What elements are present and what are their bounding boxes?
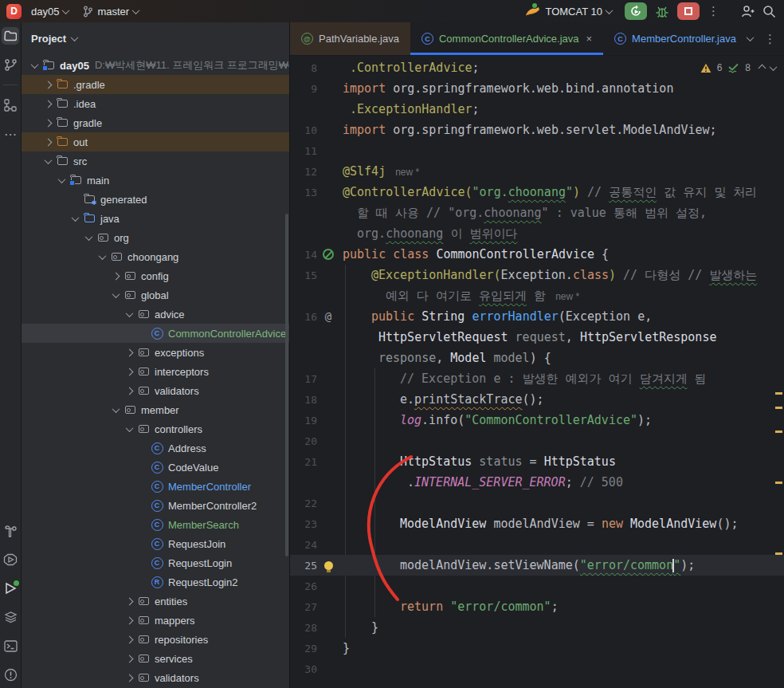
tree-row-requestjoin[interactable]: CRequestJoin — [22, 534, 289, 553]
code-line-26[interactable]: 26 — [290, 576, 784, 596]
tree-row-address[interactable]: CAddress — [22, 438, 289, 458]
editor-tab-membercontroller-java[interactable]: CMemberController.java — [603, 22, 747, 55]
search-everywhere-button[interactable] — [762, 5, 776, 18]
code-line-wrap[interactable]: response, Model model) { — [290, 348, 784, 368]
more-actions-button[interactable]: ⋮ — [708, 4, 720, 18]
chevron-down-icon[interactable] — [96, 254, 108, 260]
code-editor[interactable]: 8.ControllerAdvice;9import org.springfra… — [290, 56, 784, 688]
project-tool-button[interactable] — [2, 27, 19, 45]
run-configurations-tool-button[interactable] — [2, 551, 19, 568]
close-tab-icon[interactable]: × — [586, 33, 593, 45]
tree-row-membercontroller2[interactable]: CMemberController2 — [22, 496, 289, 515]
chevron-right-icon[interactable] — [109, 273, 122, 279]
code-line-16[interactable]: 16@public String errorHandler(Exception … — [290, 306, 784, 327]
code-text[interactable]: @ExceptionHandler(Exception.class) // 다형… — [339, 268, 757, 283]
chevron-right-icon[interactable] — [41, 82, 54, 88]
rerun-button[interactable] — [625, 2, 647, 20]
code-text[interactable]: 예외 다 여기로 유입되게 함new * — [339, 289, 579, 304]
line-number[interactable]: 8 — [290, 62, 317, 74]
tab-list-dropdown[interactable] — [746, 33, 754, 41]
project-logo[interactable]: D — [6, 4, 22, 19]
warning-stripe-mark[interactable] — [775, 552, 782, 555]
code-text[interactable]: modelAndView.setViewName("error/common")… — [339, 558, 695, 572]
inspections-widget[interactable]: 6 8 — [700, 62, 776, 73]
tree-row-src[interactable]: src — [22, 151, 289, 171]
code-line-30[interactable]: 30 — [290, 659, 784, 679]
line-number[interactable]: 14 — [290, 249, 317, 261]
code-text[interactable]: return "error/common"; — [339, 600, 559, 614]
structure-tool-button[interactable] — [2, 96, 19, 114]
code-line-wrap[interactable]: HttpServletRequest request, HttpServletR… — [290, 327, 784, 348]
code-line-13[interactable]: 13@ControllerAdvice("org.choonang") // 공… — [290, 182, 784, 202]
commit-tool-button[interactable] — [2, 56, 19, 73]
line-number[interactable]: 28 — [290, 622, 317, 634]
warning-stripe-mark[interactable] — [775, 482, 782, 484]
chevron-right-icon[interactable] — [41, 101, 54, 107]
code-line-23[interactable]: 23ModelAndView modelAndView = new ModelA… — [290, 513, 784, 534]
tree-row-generated[interactable]: generated — [22, 190, 289, 209]
code-text[interactable]: @ControllerAdvice("org.choonang") // 공통적… — [339, 185, 757, 200]
code-line-wrap[interactable]: 할 때 사용 // "org.choonang" : value 통해 범위 설… — [290, 202, 784, 223]
tree-row-validators[interactable]: validators — [22, 668, 289, 687]
tree-row-java[interactable]: java — [22, 209, 289, 228]
tree-row-global[interactable]: global — [22, 285, 289, 305]
warning-stripe-mark[interactable] — [775, 430, 782, 433]
line-number[interactable]: 11 — [290, 145, 317, 157]
code-line-wrap[interactable]: .INTERNAL_SERVER_ERROR; // 500 — [290, 472, 784, 493]
code-line-15[interactable]: 15@ExceptionHandler(Exception.class) // … — [290, 265, 784, 285]
tree-row-config[interactable]: config — [22, 266, 289, 285]
code-line-9[interactable]: 9import org.springframework.web.bind.ann… — [290, 78, 784, 99]
code-text[interactable]: log.info("CommonControllerAdvice"); — [339, 413, 652, 427]
code-text[interactable]: public String errorHandler(Exception e, — [339, 309, 652, 324]
line-number[interactable]: 26 — [290, 580, 317, 592]
chevron-right-icon[interactable] — [123, 637, 135, 643]
chevron-down-icon[interactable] — [82, 235, 95, 241]
code-text[interactable]: .ControllerAdvice; — [339, 61, 480, 75]
code-line-wrap[interactable]: org.choonang 이 범위이다 — [290, 223, 784, 244]
code-line-29[interactable]: 29} — [290, 638, 784, 659]
chevron-down-icon[interactable] — [109, 293, 122, 298]
code-line-17[interactable]: 17// Exception e : 발생한 예외가 여기 담겨지게 됨 — [290, 368, 784, 389]
services-tool-button[interactable] — [2, 608, 19, 626]
next-problem-button[interactable] — [770, 63, 778, 71]
code-text[interactable]: .ExceptionHandler; — [339, 102, 480, 116]
line-number[interactable]: 23 — [290, 518, 317, 530]
code-line-22[interactable]: 22 — [290, 493, 784, 513]
line-number[interactable]: 25 — [290, 560, 317, 572]
code-line-wrap[interactable]: .ExceptionHandler; — [290, 99, 784, 120]
code-text[interactable]: public class CommonControllerAdvice { — [339, 247, 609, 261]
tree-row-out[interactable]: out — [22, 132, 289, 151]
code-text[interactable]: import org.springframework.web.bind.anno… — [339, 81, 673, 96]
line-number[interactable]: 17 — [290, 373, 317, 385]
tree-row--gradle[interactable]: .gradle — [22, 75, 289, 94]
tree-row-codevalue[interactable]: CCodeValue — [22, 458, 289, 477]
code-text[interactable]: .INTERNAL_SERVER_ERROR; // 500 — [339, 475, 623, 489]
terminal-tool-button[interactable] — [2, 637, 19, 655]
code-text[interactable]: HttpServletRequest request, HttpServletR… — [339, 330, 716, 344]
line-number[interactable]: 16 — [290, 311, 317, 323]
code-text[interactable]: org.choonang 이 범위이다 — [339, 226, 517, 242]
chevron-right-icon[interactable] — [41, 120, 54, 126]
chevron-right-icon[interactable] — [123, 388, 135, 394]
warning-stripe-mark[interactable] — [775, 392, 782, 395]
line-number[interactable]: 21 — [290, 456, 317, 468]
code-line-25[interactable]: 25modelAndView.setViewName("error/common… — [290, 555, 784, 576]
line-number[interactable]: 24 — [290, 539, 317, 551]
line-number[interactable]: 9 — [290, 83, 317, 95]
code-text[interactable]: } — [339, 620, 378, 635]
line-number[interactable]: 27 — [290, 601, 317, 613]
spring-bean-gutter-icon[interactable] — [323, 249, 334, 260]
line-number[interactable]: 12 — [290, 166, 317, 178]
stop-button[interactable] — [677, 2, 700, 20]
project-scrollbar[interactable] — [285, 214, 288, 556]
run-tool-button[interactable] — [2, 580, 19, 597]
prev-problem-button[interactable] — [759, 64, 766, 72]
code-text[interactable]: @Slf4jnew * — [339, 164, 419, 179]
chevron-down-icon[interactable] — [123, 312, 135, 317]
code-line-18[interactable]: 18e.printStackTrace(); — [290, 389, 784, 410]
project-widget[interactable]: day05 — [26, 3, 73, 20]
code-line-27[interactable]: 27return "error/common"; — [290, 596, 784, 617]
chevron-right-icon[interactable] — [123, 369, 135, 375]
chevron-right-icon[interactable] — [123, 675, 135, 681]
tree-row-validators[interactable]: validators — [22, 381, 289, 400]
